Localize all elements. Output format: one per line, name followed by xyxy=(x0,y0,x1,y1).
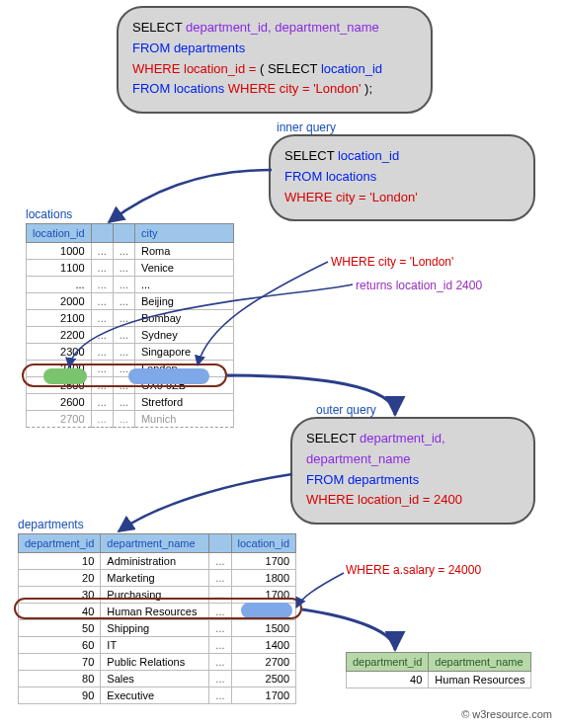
txt: ); xyxy=(364,81,372,96)
table-row: 60IT...1400 xyxy=(19,637,296,654)
th-city: city xyxy=(134,224,233,243)
fld: department_id, xyxy=(360,431,445,445)
label-departments: departments xyxy=(18,518,84,531)
th-dept-id: department_id xyxy=(19,534,101,553)
table-row: 2100......Bombay xyxy=(27,310,234,327)
tbl: departments xyxy=(348,472,419,487)
table-row: 40 Human Resources xyxy=(347,672,531,688)
table-row: 10Administration...1700 xyxy=(19,553,296,570)
kw: WHERE xyxy=(284,190,336,204)
th-loc-id: location_id xyxy=(231,534,296,553)
table-row: 90Executive...1700 xyxy=(19,688,296,704)
sql-top-query: SELECT department_id, department_name FR… xyxy=(117,6,433,114)
table-locations: location_id city 1000......Roma 1100....… xyxy=(26,223,234,428)
table-row: ............ xyxy=(27,277,234,293)
label-outer-query: outer query xyxy=(316,403,376,417)
tbl: locations xyxy=(326,169,376,184)
tbl: locations xyxy=(174,81,228,96)
fld: location_id xyxy=(338,148,399,163)
label-inner-query: inner query xyxy=(277,121,336,134)
table-row: 50Shipping...1500 xyxy=(19,620,296,637)
tbl: departments xyxy=(174,40,245,55)
table-row: 70Public Relations...2700 xyxy=(19,654,296,671)
txt: city = 'London' xyxy=(336,190,418,204)
sql-outer-query: SELECT department_id, department_name FR… xyxy=(290,417,535,525)
kw: SELECT xyxy=(132,20,186,35)
txt: ( SELECT xyxy=(260,61,321,76)
fld: location_id xyxy=(321,61,382,76)
table-row: 2400......London xyxy=(27,361,234,377)
th-result-dept-id: department_id xyxy=(347,653,429,672)
table-row-torn: 2700......Munich xyxy=(27,411,234,428)
table-row: 80Sales...2500 xyxy=(19,671,296,688)
table-departments: department_id department_name location_i… xyxy=(18,533,296,704)
kw: FROM xyxy=(284,169,326,184)
table-row: 20Marketing...1800 xyxy=(19,570,296,587)
table-row: 2300......Singapore xyxy=(27,344,234,361)
txt: city = 'London' xyxy=(280,81,364,96)
anno-where-salary: WHERE a.salary = 24000 xyxy=(346,563,481,577)
th-ell xyxy=(113,224,134,243)
kw: FROM xyxy=(306,472,348,487)
label-locations: locations xyxy=(26,207,72,221)
th-ell xyxy=(91,224,113,243)
th-ell xyxy=(209,534,231,553)
table-row: 40Human Resources...2400 xyxy=(19,604,296,620)
anno-returns: returns location_id 2400 xyxy=(356,279,482,292)
copyright: © w3resource.com xyxy=(461,708,552,720)
table-row: 1000......Roma xyxy=(27,243,234,260)
th-location-id: location_id xyxy=(27,224,92,243)
table-row: 2200......Sydney xyxy=(27,327,234,344)
table-result: department_id department_name 40 Human R… xyxy=(346,652,531,688)
table-row: 30Purchasing...1700 xyxy=(19,587,296,604)
kw: WHERE xyxy=(228,81,280,96)
txt: location_id = 2400 xyxy=(358,492,462,507)
kw: WHERE xyxy=(306,492,358,507)
kw: FROM xyxy=(132,40,174,55)
table-row: 1100......Venice xyxy=(27,260,234,277)
sql-inner-query: SELECT location_id FROM locations WHERE … xyxy=(269,134,535,221)
kw: WHERE xyxy=(132,61,184,76)
txt: location_id = xyxy=(184,61,260,76)
kw: FROM xyxy=(132,81,174,96)
table-row: 2000......Beijing xyxy=(27,293,234,310)
fld: department_id, department_name xyxy=(186,20,379,35)
anno-where-city: WHERE city = 'London' xyxy=(331,255,453,269)
fld: department_name xyxy=(306,451,411,466)
kw: SELECT xyxy=(306,431,360,445)
th-result-dept-name: department_name xyxy=(429,653,531,672)
kw: SELECT xyxy=(284,148,338,163)
th-dept-name: department_name xyxy=(101,534,209,553)
table-row: 2500......OX9 9ZB xyxy=(27,377,234,394)
table-row: 2600......Stretford xyxy=(27,394,234,411)
